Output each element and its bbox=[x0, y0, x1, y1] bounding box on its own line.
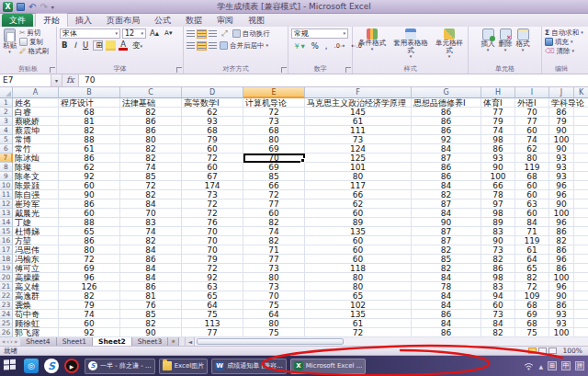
score-cell[interactable]: 68 bbox=[515, 319, 549, 328]
underline-button[interactable]: U bbox=[81, 40, 90, 51]
score-cell[interactable]: 60 bbox=[515, 190, 549, 199]
score-cell[interactable]: 84 bbox=[412, 273, 481, 282]
row-header-10[interactable]: 10 bbox=[0, 181, 13, 190]
score-cell[interactable]: 118 bbox=[305, 264, 412, 273]
score-cell[interactable]: 60 bbox=[515, 181, 549, 190]
cell[interactable] bbox=[574, 154, 588, 163]
row-header-8[interactable]: 8 bbox=[0, 163, 13, 172]
score-cell[interactable]: 86 bbox=[412, 126, 481, 135]
ribbon-tab-3[interactable]: 页面布局 bbox=[99, 14, 147, 27]
score-cell[interactable]: 60 bbox=[182, 163, 243, 172]
cell[interactable] bbox=[574, 181, 588, 190]
column-header-E[interactable]: E bbox=[243, 87, 305, 98]
taskbar-button-excel[interactable]: XMicrosoft Excel ... bbox=[290, 359, 367, 374]
row-header-3[interactable]: 3 bbox=[0, 117, 13, 126]
student-name-cell[interactable]: 高义雄 bbox=[13, 282, 59, 291]
score-cell[interactable]: 74 bbox=[481, 126, 515, 135]
pinned-app-icon[interactable]: ◎ bbox=[24, 359, 39, 373]
align-left-icon[interactable] bbox=[187, 42, 195, 50]
score-cell[interactable]: 101 bbox=[305, 163, 412, 172]
sheet-tab-sheet4[interactable]: Sheet4 bbox=[20, 337, 56, 346]
score-cell[interactable]: 80 bbox=[515, 154, 549, 163]
align-center-icon[interactable] bbox=[198, 42, 206, 50]
score-cell[interactable]: 84 bbox=[120, 264, 182, 273]
field-header[interactable]: 马克思主义政治经济学原理 bbox=[305, 98, 412, 108]
row-header-26[interactable]: 26 bbox=[0, 328, 13, 337]
score-cell[interactable]: 96 bbox=[549, 190, 574, 199]
score-cell[interactable]: 100 bbox=[549, 328, 574, 337]
score-cell[interactable]: 92 bbox=[182, 273, 243, 282]
score-cell[interactable]: 80 bbox=[243, 135, 305, 144]
sheet-nav-buttons[interactable]: «‹›» bbox=[0, 337, 20, 346]
score-cell[interactable]: 93 bbox=[549, 163, 574, 172]
score-cell[interactable]: 75 bbox=[243, 301, 305, 310]
cell[interactable] bbox=[574, 209, 588, 218]
score-cell[interactable]: 65 bbox=[515, 264, 549, 273]
student-name-cell[interactable]: 蔡晓娇 bbox=[13, 117, 59, 126]
field-header[interactable]: 外语Ⅰ bbox=[515, 98, 549, 108]
score-cell[interactable]: 69 bbox=[515, 310, 549, 319]
select-all-corner[interactable] bbox=[0, 87, 13, 98]
column-header-A[interactable]: A bbox=[13, 87, 59, 98]
score-cell[interactable]: 68 bbox=[515, 301, 549, 310]
cell[interactable] bbox=[574, 117, 588, 126]
score-cell[interactable]: 77 bbox=[481, 108, 515, 117]
field-header[interactable]: 计算机导论 bbox=[243, 98, 305, 108]
score-cell[interactable]: 86 bbox=[59, 236, 120, 245]
score-cell[interactable]: 113 bbox=[182, 319, 243, 328]
score-cell[interactable]: 86 bbox=[120, 255, 182, 264]
score-cell[interactable]: 68 bbox=[515, 172, 549, 181]
bold-button[interactable]: B bbox=[60, 40, 69, 51]
score-cell[interactable]: 72 bbox=[182, 209, 243, 218]
taskbar-button-sogou[interactable]: S一半 - 薛之谦 - ... bbox=[85, 359, 155, 374]
score-cell[interactable]: 82 bbox=[59, 291, 120, 301]
alignment-dialog-launcher[interactable] bbox=[281, 67, 287, 73]
score-cell[interactable]: 126 bbox=[59, 282, 120, 291]
cell[interactable] bbox=[574, 319, 588, 328]
score-cell[interactable]: 100 bbox=[549, 273, 574, 282]
student-name-cell[interactable]: 杜博娣 bbox=[13, 227, 59, 236]
score-cell[interactable]: 93 bbox=[182, 117, 243, 126]
score-cell[interactable]: 96 bbox=[549, 255, 574, 264]
student-name-cell[interactable]: 方堃 bbox=[13, 236, 59, 245]
score-cell[interactable]: 86 bbox=[412, 310, 481, 319]
score-cell[interactable]: 89 bbox=[481, 218, 515, 227]
row-header-12[interactable]: 12 bbox=[0, 199, 13, 209]
score-cell[interactable]: 82 bbox=[481, 328, 515, 337]
fill-color-button[interactable] bbox=[106, 40, 116, 51]
score-cell[interactable]: 86 bbox=[549, 227, 574, 236]
insert-function-button[interactable]: fx bbox=[62, 74, 79, 86]
score-cell[interactable]: 77 bbox=[243, 255, 305, 264]
score-cell[interactable]: 72 bbox=[182, 154, 243, 163]
score-cell[interactable]: 65 bbox=[305, 291, 412, 301]
row-header-24[interactable]: 24 bbox=[0, 310, 13, 319]
score-cell[interactable]: 68 bbox=[182, 126, 243, 135]
score-cell[interactable]: 62 bbox=[182, 108, 243, 117]
orientation-button[interactable]: ⤢ bbox=[220, 28, 230, 39]
score-cell[interactable]: 86 bbox=[412, 163, 481, 172]
score-cell[interactable]: 86 bbox=[59, 199, 120, 209]
score-cell[interactable]: 73 bbox=[243, 264, 305, 273]
score-cell[interactable]: 70 bbox=[182, 236, 243, 245]
score-cell[interactable]: 60 bbox=[243, 209, 305, 218]
score-cell[interactable]: 60 bbox=[59, 181, 120, 190]
score-cell[interactable]: 93 bbox=[549, 310, 574, 319]
column-header-J[interactable]: J bbox=[549, 87, 574, 98]
score-cell[interactable]: 72 bbox=[59, 255, 120, 264]
italic-button[interactable]: I bbox=[72, 40, 78, 51]
score-cell[interactable]: 70 bbox=[243, 291, 305, 301]
student-name-cell[interactable]: 龚焕 bbox=[13, 301, 59, 310]
score-cell[interactable]: 84 bbox=[515, 218, 549, 227]
score-cell[interactable]: 61 bbox=[59, 144, 120, 154]
score-cell[interactable]: 79 bbox=[182, 135, 243, 144]
tray-expand-icon[interactable]: ▲ bbox=[538, 363, 543, 370]
score-cell[interactable]: 84 bbox=[412, 319, 481, 328]
cell[interactable] bbox=[574, 227, 588, 236]
ribbon-tab-5[interactable]: 数据 bbox=[178, 14, 209, 27]
score-cell[interactable]: 86 bbox=[549, 245, 574, 255]
row-header-5[interactable]: 5 bbox=[0, 135, 13, 144]
student-name-cell[interactable]: 高朦朦 bbox=[13, 273, 59, 282]
score-cell[interactable]: 63 bbox=[182, 282, 243, 291]
score-cell[interactable]: 84 bbox=[120, 273, 182, 282]
cell[interactable] bbox=[574, 218, 588, 227]
